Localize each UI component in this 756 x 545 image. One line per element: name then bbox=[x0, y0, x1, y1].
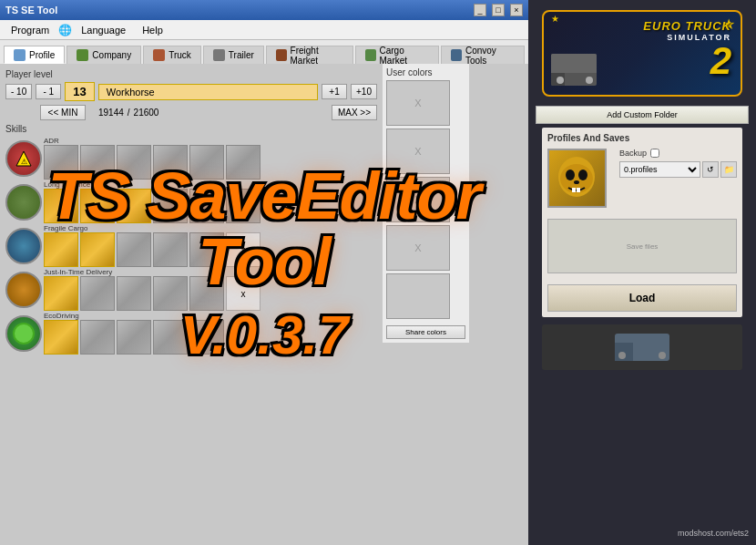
skills-label: Skills bbox=[5, 124, 377, 134]
jit-skill-3 bbox=[117, 276, 151, 311]
fragile-icon bbox=[5, 228, 42, 264]
level-display: 13 bbox=[65, 82, 94, 101]
color-swatch-2[interactable]: X bbox=[386, 129, 450, 174]
adr-row-icon: ⚠ bbox=[5, 140, 42, 177]
profile-icon bbox=[14, 49, 26, 61]
color-swatch-1[interactable]: X bbox=[386, 80, 450, 126]
share-colors-button[interactable]: Share colors bbox=[386, 325, 465, 339]
min-button[interactable]: << MIN bbox=[40, 105, 86, 120]
user-colors-label: User colors bbox=[386, 67, 465, 77]
backup-label: Backup bbox=[619, 149, 647, 158]
color-swatch-4[interactable]: X bbox=[386, 225, 450, 271]
adr-skill-5 bbox=[189, 145, 224, 180]
jit-icon bbox=[5, 272, 42, 308]
ld-skill-5 bbox=[189, 189, 224, 223]
menu-program[interactable]: Program bbox=[4, 23, 56, 37]
ld-skill-2 bbox=[80, 189, 115, 223]
minus10-button[interactable]: - 10 bbox=[5, 84, 32, 99]
tab-company[interactable]: Company bbox=[66, 46, 141, 64]
ets2-logo: ★ ★ EURO TRUCK SIMULATOR 2 bbox=[542, 7, 742, 98]
ecodriving-icon bbox=[5, 315, 42, 352]
title-bar: TS SE Tool _ □ × bbox=[0, 0, 528, 20]
language-icon: 🌐 bbox=[58, 24, 72, 36]
svg-text:⚠: ⚠ bbox=[21, 158, 27, 166]
player-level-row: - 10 - 1 13 Workhorse +1 +10 bbox=[5, 82, 377, 101]
menu-bar: Program 🌐 Language Help bbox=[0, 20, 528, 40]
watermark: modshost.com/ets2 bbox=[678, 529, 749, 538]
profiles-title: Profiles And Saves bbox=[547, 133, 737, 143]
jit-label: Just-In-Time Delivery bbox=[44, 268, 261, 276]
jit-skill-1 bbox=[44, 276, 78, 311]
color-swatch-5[interactable] bbox=[386, 273, 450, 319]
trailer-icon bbox=[213, 49, 225, 61]
convoy-icon bbox=[451, 49, 462, 61]
minimize-button[interactable]: _ bbox=[474, 4, 486, 16]
fc-skill-5 bbox=[189, 232, 224, 267]
profiles-dropdown[interactable]: 0.profiles bbox=[619, 161, 700, 178]
eco-skill-1 bbox=[44, 320, 78, 355]
xp-max: 21600 bbox=[134, 108, 159, 118]
color-swatch-3[interactable]: X bbox=[386, 177, 450, 222]
jit-skill-4 bbox=[153, 276, 188, 311]
backup-checkbox[interactable] bbox=[650, 149, 659, 158]
saves-area: Save files bbox=[547, 219, 737, 273]
ets2-title-line1: EURO TRUCK bbox=[643, 19, 731, 33]
ld-skill-1 bbox=[44, 189, 78, 223]
jit-skill-5 bbox=[189, 276, 224, 311]
eco-skill-3 bbox=[117, 320, 151, 355]
eco-skill-2 bbox=[80, 320, 115, 355]
add-folder-button[interactable]: Add Custom Folder bbox=[536, 106, 749, 124]
ld-skill-4 bbox=[153, 189, 188, 223]
adr-skill-3 bbox=[117, 145, 151, 180]
maximize-button[interactable]: □ bbox=[492, 4, 505, 16]
profiles-panel: Profiles And Saves bbox=[542, 128, 742, 317]
tab-truck[interactable]: Truck bbox=[143, 46, 201, 64]
long-distance-icon bbox=[5, 184, 42, 221]
svg-point-6 bbox=[574, 180, 579, 184]
right-panel: ★ ★ EURO TRUCK SIMULATOR 2 Add Custom Fo… bbox=[528, 0, 756, 545]
jit-x-btn[interactable]: x bbox=[226, 276, 261, 311]
tab-trailer[interactable]: Trailer bbox=[203, 46, 264, 64]
adr-skill-1 bbox=[44, 145, 78, 180]
tab-profile[interactable]: Profile bbox=[4, 46, 65, 64]
adr-label: ADR bbox=[44, 137, 261, 145]
profile-avatar bbox=[547, 149, 607, 208]
plus10-button[interactable]: +10 bbox=[351, 84, 377, 99]
truck-icon bbox=[153, 49, 165, 61]
tab-cargo-market[interactable]: Cargo Market bbox=[355, 46, 439, 64]
fragile-label: Fragile Cargo bbox=[44, 224, 261, 232]
max-button[interactable]: MAX >> bbox=[332, 105, 377, 120]
adr-skill-6 bbox=[226, 145, 261, 180]
user-colors-panel: User colors X X X X Share colors bbox=[383, 64, 469, 343]
ld-skill-6 bbox=[226, 189, 261, 223]
ets2-number: 2 bbox=[643, 42, 731, 80]
svg-point-4 bbox=[566, 170, 575, 180]
load-button[interactable]: Load bbox=[547, 284, 737, 312]
ecodriving-label: EcoDriving bbox=[44, 312, 224, 320]
freight-icon bbox=[276, 49, 287, 61]
jit-skill-2 bbox=[80, 276, 115, 311]
eco-skill-5 bbox=[189, 320, 224, 355]
fc-x-btn[interactable]: x bbox=[226, 232, 261, 267]
tab-bar: Profile Company Truck Trailer Freight Ma… bbox=[0, 40, 528, 64]
fc-skill-4 bbox=[153, 232, 188, 267]
level-name: Workhorse bbox=[98, 84, 318, 100]
fc-skill-3 bbox=[117, 232, 151, 267]
tab-freight-market[interactable]: Freight Market bbox=[266, 46, 353, 64]
tab-convoy-tools[interactable]: Convoy Tools bbox=[441, 46, 525, 64]
ld-skill-3 bbox=[117, 189, 151, 223]
adr-skill-4 bbox=[153, 145, 188, 180]
fc-skill-1 bbox=[44, 232, 78, 267]
menu-language[interactable]: Language bbox=[74, 23, 133, 37]
plus1-button[interactable]: +1 bbox=[322, 84, 347, 99]
xp-separator: / bbox=[128, 108, 130, 118]
long-distance-label: Long Distance bbox=[44, 180, 261, 189]
svg-rect-8 bbox=[577, 188, 580, 192]
profile-folder-button[interactable]: 📁 bbox=[720, 161, 737, 178]
app-title: TS SE Tool bbox=[5, 5, 468, 15]
minus1-button[interactable]: - 1 bbox=[36, 84, 61, 99]
profile-refresh-button[interactable]: ↺ bbox=[702, 161, 719, 178]
menu-help[interactable]: Help bbox=[135, 23, 170, 37]
close-button[interactable]: × bbox=[510, 4, 523, 16]
ets2-logo-background: ★ ★ EURO TRUCK SIMULATOR 2 bbox=[542, 10, 742, 97]
